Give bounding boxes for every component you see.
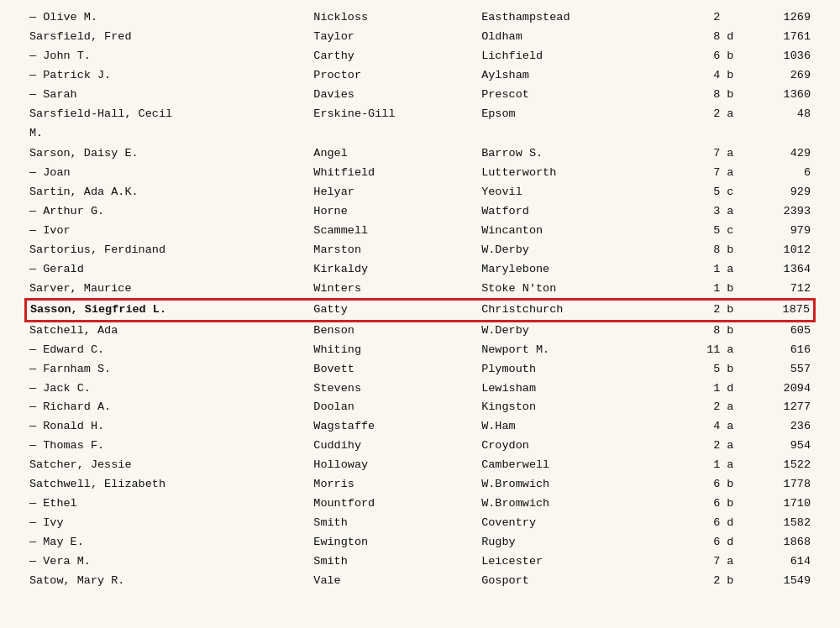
table-row: — Olive M.NicklossEasthampstead21269 — [26, 8, 814, 28]
cell-sec-col — [723, 8, 749, 28]
table-row: Sarver, MauriceWintersStoke N'ton1b712 — [26, 280, 814, 300]
table-row: — John T.CarthyLichfield6b1036 — [26, 47, 814, 66]
cell-div-col: 4 — [685, 417, 723, 437]
cell-agent-col: Carthy — [310, 47, 478, 66]
cell-agent-col: Holloway — [310, 456, 478, 475]
cell-sec-col: b — [723, 300, 749, 321]
cell-name-col: Sartin, Ada A.K. — [26, 183, 310, 202]
cell-name-col: M. — [26, 124, 310, 144]
cell-sec-col: a — [723, 105, 749, 124]
cell-num-col: 1036 — [749, 47, 814, 66]
cell-div-col: 6 — [685, 533, 723, 552]
cell-place-col: Kingston — [478, 398, 685, 417]
cell-num-col: 1269 — [749, 8, 814, 28]
cell-place-col: Croydon — [478, 437, 685, 456]
cell-place-col: Marylebone — [478, 260, 685, 280]
cell-agent-col: Davies — [310, 86, 478, 105]
cell-sec-col: b — [723, 241, 749, 260]
table-row: — Jack C.StevensLewisham1d2094 — [26, 379, 814, 399]
cell-place-col: Wincanton — [478, 222, 685, 241]
cell-agent-col: Wagstaffe — [310, 417, 478, 437]
cell-name-col: — Gerald — [26, 260, 310, 280]
cell-name-col: — Thomas F. — [26, 437, 310, 456]
cell-sec-col: a — [723, 144, 749, 164]
cell-div-col: 5 — [685, 183, 723, 202]
cell-div-col — [685, 124, 723, 144]
cell-sec-col: c — [723, 183, 749, 202]
cell-div-col: 1 — [685, 379, 723, 399]
cell-sec-col: a — [723, 164, 749, 183]
table-row: — JoanWhitfieldLutterworth7a6 — [26, 164, 814, 183]
cell-num-col: 929 — [749, 183, 814, 202]
page-container: — Olive M.NicklossEasthampstead21269Sars… — [0, 0, 840, 628]
cell-name-col: Sartorius, Ferdinand — [26, 241, 310, 260]
registry-table: — Olive M.NicklossEasthampstead21269Sars… — [25, 8, 815, 591]
cell-num-col: 236 — [749, 417, 814, 437]
cell-agent-col: Helyar — [310, 183, 478, 202]
cell-div-col: 2 — [685, 572, 723, 591]
cell-div-col: 6 — [685, 47, 723, 66]
cell-name-col: — Arthur G. — [26, 202, 310, 222]
cell-sec-col: b — [723, 280, 749, 300]
cell-place-col: Lichfield — [478, 47, 685, 66]
cell-place-col: W.Bromwich — [478, 475, 685, 495]
cell-name-col: Sarsfield, Fred — [26, 28, 310, 47]
cell-sec-col: b — [723, 475, 749, 495]
cell-sec-col: b — [723, 47, 749, 66]
table-row: Sartorius, FerdinandMarstonW.Derby8b1012 — [26, 241, 814, 260]
cell-agent-col: Nickloss — [310, 8, 478, 28]
cell-agent-col: Marston — [310, 241, 478, 260]
cell-div-col: 11 — [685, 341, 723, 360]
cell-num-col: 1012 — [749, 241, 814, 260]
cell-place-col: Yeovil — [478, 183, 685, 202]
table-row: — IvorScammellWincanton5c979 — [26, 222, 814, 241]
cell-place-col: Oldham — [478, 28, 685, 47]
cell-place-col: Aylsham — [478, 66, 685, 86]
cell-agent-col: Scammell — [310, 222, 478, 241]
cell-sec-col: d — [723, 514, 749, 533]
cell-agent-col: Angel — [310, 144, 478, 164]
cell-place-col: Camberwell — [478, 456, 685, 475]
cell-agent-col: Winters — [310, 280, 478, 300]
table-row: Sartin, Ada A.K.HelyarYeovil5c929 — [26, 183, 814, 202]
cell-num-col: 269 — [749, 66, 814, 86]
cell-div-col: 6 — [685, 514, 723, 533]
cell-num-col: 616 — [749, 341, 814, 360]
cell-div-col: 8 — [685, 86, 723, 105]
table-row: Satcher, JessieHollowayCamberwell1a1522 — [26, 456, 814, 475]
cell-sec-col: c — [723, 222, 749, 241]
cell-num-col: 6 — [749, 164, 814, 183]
cell-div-col: 7 — [685, 164, 723, 183]
cell-name-col: Sarson, Daisy E. — [26, 144, 310, 164]
table-row: — SarahDaviesPrescot8b1360 — [26, 86, 814, 105]
cell-div-col: 5 — [685, 360, 723, 379]
table-row: — May E.EwingtonRugby6d1868 — [26, 533, 814, 552]
cell-place-col: Lutterworth — [478, 164, 685, 183]
cell-agent-col: Taylor — [310, 28, 478, 47]
cell-div-col: 4 — [685, 66, 723, 86]
cell-sec-col: a — [723, 417, 749, 437]
table-row: Sasson, Siegfried L.GattyChristchurch2b1… — [26, 300, 814, 321]
cell-name-col: — Edward C. — [26, 341, 310, 360]
cell-div-col: 2 — [685, 8, 723, 28]
cell-place-col: W.Bromwich — [478, 495, 685, 514]
cell-num-col: 1360 — [749, 86, 814, 105]
cell-num-col: 614 — [749, 552, 814, 572]
cell-num-col: 2393 — [749, 202, 814, 222]
cell-sec-col: b — [723, 495, 749, 514]
cell-div-col: 8 — [685, 28, 723, 47]
cell-agent-col: Horne — [310, 202, 478, 222]
cell-name-col: Satchwell, Elizabeth — [26, 475, 310, 495]
cell-sec-col: a — [723, 552, 749, 572]
cell-agent-col: Benson — [310, 321, 478, 341]
cell-place-col — [478, 124, 685, 144]
cell-sec-col: a — [723, 260, 749, 280]
cell-num-col: 429 — [749, 144, 814, 164]
cell-agent-col: Morris — [310, 475, 478, 495]
cell-agent-col: Proctor — [310, 66, 478, 86]
cell-agent-col: Whiting — [310, 341, 478, 360]
cell-num-col: 1868 — [749, 533, 814, 552]
cell-agent-col: Smith — [310, 552, 478, 572]
table-row: Satow, Mary R.ValeGosport2b1549 — [26, 572, 814, 591]
cell-div-col: 5 — [685, 222, 723, 241]
